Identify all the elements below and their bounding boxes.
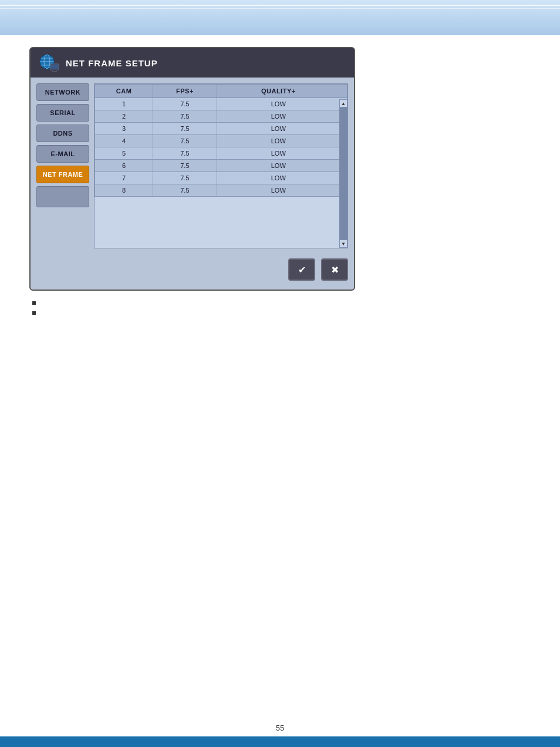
bullet-dot-1 <box>32 301 36 305</box>
table-row: 77.5LOW <box>95 172 348 184</box>
page-number: 55 <box>276 724 284 732</box>
cell-quality-1: LOW <box>217 98 347 110</box>
bullet-item-1 <box>32 300 42 305</box>
cell-fps-1: 7.5 <box>153 98 217 110</box>
cell-cam-5: 5 <box>95 147 153 160</box>
nav-btn-ddns[interactable]: DDNS <box>36 124 89 142</box>
table-row: 17.5LOW <box>95 98 348 110</box>
scroll-up-button[interactable]: ▲ <box>339 99 348 107</box>
dialog-title-bar: NET FRAME SETUP <box>31 48 354 78</box>
cell-quality-3: LOW <box>217 123 347 135</box>
net-frame-setup-dialog: NET FRAME SETUP NETWORK SERIAL DDNS E-MA… <box>29 47 355 291</box>
cell-quality-7: LOW <box>217 172 347 184</box>
bullet-section <box>32 300 42 319</box>
cell-cam-4: 4 <box>95 135 153 147</box>
nav-btn-network[interactable]: NETWORK <box>36 83 89 101</box>
bullet-dot-2 <box>32 311 36 315</box>
cell-fps-2: 7.5 <box>153 110 217 123</box>
nav-btn-serial[interactable]: SERIAL <box>36 104 89 122</box>
cell-fps-4: 7.5 <box>153 135 217 147</box>
table-row: 27.5LOW <box>95 110 348 123</box>
main-content: CAM FPS+ QUALITY+ 17.5LOW27.5LOW37.5LOW4… <box>94 83 348 284</box>
cell-fps-8: 7.5 <box>153 184 217 197</box>
cell-cam-3: 3 <box>95 123 153 135</box>
table-row: 57.5LOW <box>95 147 348 160</box>
col-header-cam: CAM <box>95 85 153 98</box>
cancel-button[interactable]: ✖ <box>321 258 348 281</box>
cell-fps-7: 7.5 <box>153 172 217 184</box>
cell-cam-7: 7 <box>95 172 153 184</box>
bullet-item-2 <box>32 309 42 315</box>
table-row: 87.5LOW <box>95 184 348 197</box>
cell-quality-4: LOW <box>217 135 347 147</box>
nav-btn-email[interactable]: E-MAIL <box>36 145 89 163</box>
cell-quality-8: LOW <box>217 184 347 197</box>
cell-fps-5: 7.5 <box>153 147 217 160</box>
table-row: 37.5LOW <box>95 123 348 135</box>
monitor-globe-icon <box>39 52 60 73</box>
col-header-quality: QUALITY+ <box>217 85 347 98</box>
cell-cam-6: 6 <box>95 160 153 172</box>
fps-quality-table: CAM FPS+ QUALITY+ 17.5LOW27.5LOW37.5LOW4… <box>95 84 348 197</box>
nav-sidebar: NETWORK SERIAL DDNS E-MAIL NET FRAME <box>36 83 89 284</box>
dialog-title: NET FRAME SETUP <box>66 58 158 68</box>
confirm-button[interactable]: ✔ <box>288 258 315 281</box>
top-header <box>0 0 560 35</box>
cell-fps-6: 7.5 <box>153 160 217 172</box>
scrollbar[interactable]: ▲ ▼ <box>339 99 348 248</box>
cell-quality-5: LOW <box>217 147 347 160</box>
nav-btn-empty-1 <box>36 186 89 207</box>
nav-btn-netframe[interactable]: NET FRAME <box>36 166 89 183</box>
table-container: CAM FPS+ QUALITY+ 17.5LOW27.5LOW37.5LOW4… <box>94 83 348 248</box>
svg-rect-7 <box>53 70 56 71</box>
table-row: 67.5LOW <box>95 160 348 172</box>
svg-rect-6 <box>51 65 58 69</box>
cell-quality-6: LOW <box>217 160 347 172</box>
bottom-bar <box>0 736 560 747</box>
dialog-body: NETWORK SERIAL DDNS E-MAIL NET FRAME CAM… <box>31 78 354 290</box>
table-row: 47.5LOW <box>95 135 348 147</box>
cell-quality-2: LOW <box>217 110 347 123</box>
cell-cam-2: 2 <box>95 110 153 123</box>
action-buttons: ✔ ✖ <box>94 255 348 284</box>
cell-fps-3: 7.5 <box>153 123 217 135</box>
svg-rect-8 <box>52 71 57 72</box>
cell-cam-1: 1 <box>95 98 153 110</box>
scroll-down-button[interactable]: ▼ <box>339 240 348 248</box>
cell-cam-8: 8 <box>95 184 153 197</box>
col-header-fps: FPS+ <box>153 85 217 98</box>
